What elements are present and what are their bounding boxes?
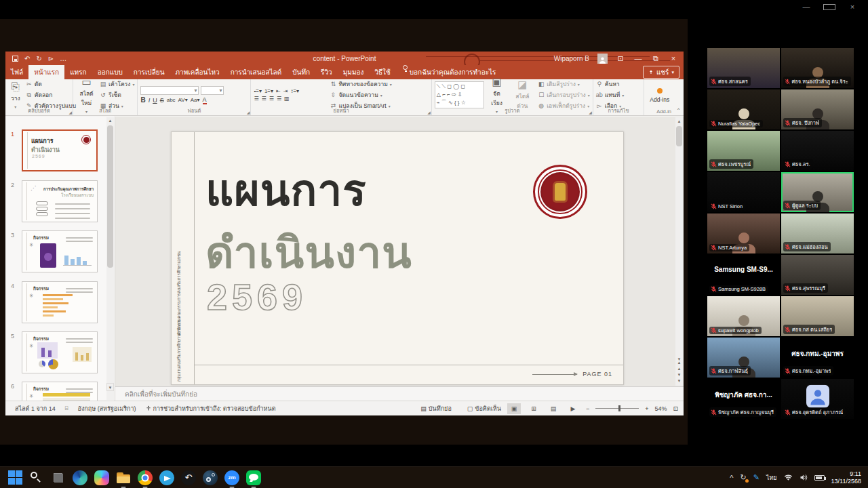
ribbon-tab-5[interactable]: ภาพเคลื่อนไหว — [170, 65, 225, 79]
task-view-icon[interactable] — [50, 470, 66, 486]
change-case-button[interactable]: Aa▾ — [191, 97, 200, 103]
wifi-icon[interactable] — [784, 474, 793, 481]
notes-placeholder[interactable]: คลิกเพื่อที่จะเพิ่มบันทึกย่อ — [115, 389, 197, 399]
indent-increase-button[interactable]: ⇥ — [283, 88, 288, 94]
ribbon-tab-1[interactable]: หน้าแรก — [28, 65, 64, 79]
slide-sorter-view-button[interactable]: ⊞ — [527, 403, 540, 414]
new-slide-button[interactable]: ▭ สไลด์ใหม่▾ — [76, 81, 97, 108]
align-text-button[interactable]: ⇳จัดแนวข้อความ▾ — [330, 90, 391, 100]
geforce-icon[interactable]: ↶ — [180, 470, 197, 486]
slide-thumbnail-3[interactable]: กิจกรรม✳ — [22, 230, 98, 272]
accessibility-status[interactable]: การช่วยสำหรับการเข้าถึง: ตรวจสอบข้อกำหนด — [146, 404, 276, 413]
addins-button[interactable]: Add-ins — [647, 81, 672, 108]
scrollbar-thumb[interactable] — [676, 126, 682, 146]
ppt-maximize-icon[interactable]: ⧉ — [651, 54, 660, 63]
paragraph-dialog-launcher[interactable]: ◢ — [427, 110, 431, 115]
bold-button[interactable]: B — [140, 96, 145, 104]
ribbon-tab-10[interactable]: วิธีใช้ — [369, 65, 395, 79]
participant-tile-10[interactable]: Samsung SM-S9...Samsung SM-S928B — [707, 255, 780, 295]
ppt-minimize-icon[interactable]: — — [633, 54, 643, 62]
scroll-up-icon[interactable]: ▲ — [675, 117, 683, 125]
cut-button[interactable]: ✂ตัด — [26, 79, 76, 89]
minimize-window-icon[interactable]: — — [800, 3, 812, 12]
start-slideshow-icon[interactable]: ⊳ — [48, 55, 54, 62]
participant-tile-2[interactable]: Nurafias YalaOpec — [707, 89, 780, 129]
slide-thumbnail-4[interactable]: กิจกรรม✳ — [22, 281, 98, 323]
thumbnail-scrollbar[interactable]: ▲ — [106, 117, 114, 400]
line-icon[interactable] — [245, 470, 262, 486]
text-direction-button[interactable]: ⇅ทิศทางของข้อความ▾ — [330, 79, 391, 89]
scroll-up-icon[interactable]: ▲ — [106, 117, 114, 125]
pen-icon[interactable]: ✎ — [753, 473, 760, 482]
search-icon[interactable] — [28, 470, 45, 486]
numbering-button[interactable]: 1≡▾ — [264, 88, 273, 94]
zoom-level[interactable]: 54% — [654, 405, 667, 412]
quick-styles-button[interactable]: ◪ สไตล์ด่วน — [510, 81, 536, 108]
previous-slide-icon[interactable]: ▲▲ — [675, 360, 683, 372]
align-center-button[interactable]: ☰ — [262, 96, 267, 102]
participant-tile-5[interactable]: ศธจ.ลร. — [781, 131, 854, 171]
participant-tile-9[interactable]: ศธจ.แม่ฮ่องสอน — [781, 214, 854, 253]
ribbon-tab-8[interactable]: รีวิว — [315, 65, 338, 79]
sync-icon[interactable]: ↻ — [740, 473, 746, 482]
save-icon[interactable] — [12, 56, 18, 62]
font-color-button[interactable]: A — [203, 96, 207, 104]
indent-decrease-button[interactable]: ⇤ — [276, 88, 281, 94]
strikethrough-button[interactable]: S — [160, 97, 164, 104]
ribbon-tab-6[interactable]: การนำเสนอสไลด์ — [225, 65, 288, 79]
char-spacing-button[interactable]: AV▾ — [178, 97, 188, 103]
slide-thumbnail-2[interactable]: การประกันคุณภาพการศึกษาโรงเรียนนอกระบบ⋰ — [22, 180, 98, 222]
participant-tile-11[interactable]: ศธจ.สุพรรณบุรี — [781, 255, 854, 295]
slide-year[interactable]: 2569 — [207, 276, 307, 318]
redo-icon[interactable]: ↻ — [36, 55, 41, 62]
speaker-icon[interactable] — [800, 474, 808, 481]
customize-quick-access-icon[interactable]: … — [60, 55, 66, 62]
ministry-emblem-logo[interactable] — [533, 165, 587, 219]
clock[interactable]: 9:11 13/11/2568 — [831, 470, 861, 485]
start-icon[interactable] — [7, 470, 23, 486]
replace-button[interactable]: abแทนที่▾ — [596, 90, 625, 100]
participant-tile-13[interactable]: ศธจ.กส ตน.เสถียร — [781, 296, 854, 336]
scrollbar-thumb[interactable] — [107, 125, 113, 268]
reset-button[interactable]: ↺รีเซ็ต — [100, 90, 134, 100]
participant-tile-4[interactable]: ศธจ.เพชรบูรณ์ — [707, 131, 780, 171]
participant-tile-0[interactable]: ศธจ.สกลนคร — [707, 48, 780, 88]
tray-expand-icon[interactable]: ^ — [730, 474, 733, 482]
account-avatar[interactable] — [597, 54, 608, 64]
ribbon-display-options-icon[interactable]: ⊡ — [616, 54, 625, 63]
zoom-in-icon[interactable]: + — [645, 405, 648, 412]
slide-thumbnail-5[interactable]: กิจกรรม✳ — [22, 331, 98, 373]
drawing-dialog-launcher[interactable]: ◢ — [589, 110, 592, 115]
participant-tile-8[interactable]: NST.Artunya — [707, 214, 780, 253]
slide-thumbnail-1[interactable]: แผนการดำเนินงาน2569 — [22, 129, 98, 171]
participant-tile-7[interactable]: ผู้ดูแล ระบบ — [781, 172, 854, 212]
justify-button[interactable]: ☰ — [277, 96, 281, 102]
language-indicator[interactable]: ไทย — [766, 473, 777, 483]
shapes-gallery[interactable]: ⟍ ⟍ ◻ ◯ ◻ △ ⌐ ⌐ ⇨ ⇩ ⌁ ⌒ ∿ { } ☆ — [435, 81, 484, 108]
tell-me-box[interactable]: บอกฉันว่าคุณต้องการทำอะไร — [410, 65, 496, 79]
telegram-icon[interactable] — [159, 470, 175, 486]
slide-scrollbar[interactable]: ▲ ▼ ▲▲ ▼▼ — [675, 117, 683, 386]
zoom-out-icon[interactable]: − — [586, 405, 589, 412]
paste-button[interactable]: ⎘ วาง▾ — [8, 81, 23, 108]
align-left-button[interactable]: ☰ — [254, 96, 258, 102]
clipboard-dialog-launcher[interactable]: ◢ — [68, 110, 72, 115]
zoom-slider-thumb[interactable] — [618, 405, 620, 411]
shape-fill-button[interactable]: ◧เติมสีรูปร่าง▾ — [538, 79, 590, 89]
ppt-close-icon[interactable]: × — [669, 54, 678, 62]
notes-toggle-button[interactable]: ▤ บันทึกย่อ — [420, 404, 451, 413]
zoom-slider[interactable] — [595, 408, 639, 409]
italic-button[interactable]: I — [149, 97, 151, 104]
ribbon-tab-7[interactable]: บันทึก — [287, 65, 315, 79]
ribbon-tab-0[interactable]: ไฟล์ — [5, 65, 28, 79]
slide-canvas[interactable]: สำนักงานคณะกรรมการส่งเสริมการศึกษาเอกชน … — [171, 131, 624, 385]
participant-tile-1[interactable]: ศธจ.หนองบัวลำภู ตน.จิระ... — [781, 48, 854, 88]
maximize-window-icon[interactable] — [823, 3, 835, 12]
underline-button[interactable]: U — [153, 97, 157, 104]
slide-title-line1[interactable]: แผนการ — [205, 155, 367, 224]
account-name[interactable]: Wipaporn B — [554, 55, 589, 62]
slideshow-view-button[interactable]: ▶ — [566, 403, 580, 414]
shape-outline-button[interactable]: ☐เส้นกรอบรูปร่าง▾ — [538, 90, 590, 100]
zoom-icon[interactable]: zm — [224, 470, 240, 486]
ribbon-tab-4[interactable]: การเปลี่ยน — [128, 65, 170, 79]
